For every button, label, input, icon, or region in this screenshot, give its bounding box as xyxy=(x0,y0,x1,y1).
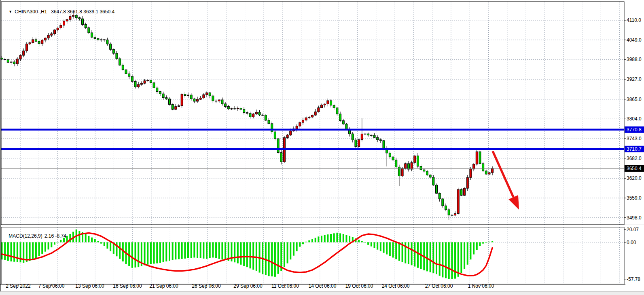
chart-symbol-timeframe: CHINA300-,H1 xyxy=(15,9,47,15)
candle-bearish xyxy=(190,95,192,99)
candle-bearish xyxy=(172,104,174,109)
macd-histogram-bar xyxy=(361,241,363,242)
macd-histogram-bar xyxy=(436,242,437,274)
price-axis-label: 3804.0 xyxy=(627,116,642,122)
macd-histogram-bar xyxy=(439,242,441,276)
macd-histogram-bar xyxy=(193,242,195,258)
candle-bullish xyxy=(308,117,310,118)
candle-bearish xyxy=(7,59,9,62)
candle-bullish xyxy=(144,81,146,83)
macd-histogram-bar xyxy=(243,242,245,266)
candle-bullish xyxy=(41,40,43,44)
candle-bearish xyxy=(417,156,419,166)
candle-bullish xyxy=(252,114,254,117)
price-axis-label: 3682.0 xyxy=(627,156,642,161)
candle-bullish xyxy=(364,134,366,134)
candle-bullish xyxy=(29,43,31,44)
candle-bullish xyxy=(203,95,205,98)
level-price-badge-label: 3710.7 xyxy=(627,146,642,152)
price-axis-label: 3620.0 xyxy=(627,175,642,181)
macd-histogram-bar xyxy=(460,242,462,273)
macd-histogram-bar xyxy=(88,236,89,242)
candle-bullish xyxy=(255,112,257,114)
macd-histogram-bar xyxy=(299,242,301,247)
candle-bearish xyxy=(35,40,37,41)
candle-bullish xyxy=(140,83,142,84)
candle-bearish xyxy=(168,99,170,105)
macd-histogram-bar xyxy=(451,242,453,279)
candle-bearish xyxy=(215,101,217,101)
candle-bullish xyxy=(199,98,201,99)
window-background xyxy=(0,0,644,295)
candle-bullish xyxy=(10,62,12,62)
candle-bullish xyxy=(47,35,49,38)
macd-histogram-bar xyxy=(364,242,366,242)
chart-canvas[interactable]: 4110.04049.03988.03927.03865.03804.03743… xyxy=(0,0,644,295)
candle-bearish xyxy=(240,108,242,110)
candle-bearish xyxy=(150,80,152,82)
candle-bearish xyxy=(330,101,332,105)
macd-histogram-bar xyxy=(383,242,385,253)
macd-histogram-bar xyxy=(17,242,18,262)
macd-histogram-bar xyxy=(278,242,279,274)
macd-histogram-bar xyxy=(119,242,121,259)
macd-histogram-bar xyxy=(221,242,223,260)
candle-bullish xyxy=(206,93,208,95)
macd-histogram-bar xyxy=(374,242,375,248)
macd-histogram-bar xyxy=(287,242,288,263)
macd-histogram-bar xyxy=(265,242,267,275)
macd-histogram-bar xyxy=(163,242,164,262)
candle-bearish xyxy=(442,199,444,206)
candle-bullish xyxy=(464,188,466,195)
candle-bullish xyxy=(470,169,472,178)
macd-axis-label: -57.78 xyxy=(627,276,640,282)
candle-bullish xyxy=(138,84,140,87)
macd-histogram-bar xyxy=(488,242,490,242)
candle-bearish xyxy=(271,124,273,132)
bottom-strip xyxy=(0,291,644,295)
candle-bullish xyxy=(60,25,62,28)
macd-histogram-bar xyxy=(398,242,400,261)
candle-bullish xyxy=(302,120,304,122)
macd-histogram-bar xyxy=(100,242,102,244)
macd-histogram-bar xyxy=(78,231,80,242)
candle-bearish xyxy=(88,27,90,33)
candle-bullish xyxy=(488,173,490,174)
macd-histogram-bar xyxy=(371,242,372,247)
macd-histogram-bar xyxy=(169,242,170,261)
candle-bearish xyxy=(280,153,282,162)
chart-dropdown-icon[interactable]: ▼ xyxy=(8,10,12,14)
candle-bearish xyxy=(221,100,223,104)
candle-bullish xyxy=(44,38,46,40)
price-axis-label: 3865.0 xyxy=(627,97,642,102)
macd-indicator-name: MACD(12,26,9) xyxy=(8,233,42,239)
macd-histogram-bar xyxy=(7,242,9,261)
candle-bullish xyxy=(218,100,220,101)
time-axis-label: 11 Oct 06:00 xyxy=(271,283,299,289)
candle-bullish xyxy=(311,115,314,117)
macd-histogram-bar xyxy=(153,242,155,264)
macd-histogram-bar xyxy=(380,242,381,251)
macd-histogram-bar xyxy=(392,242,394,258)
macd-histogram-bar xyxy=(240,242,241,265)
macd-histogram-bar xyxy=(172,242,174,260)
macd-histogram-bar xyxy=(296,242,298,251)
macd-histogram-bar xyxy=(178,242,180,259)
macd-histogram-bar xyxy=(85,234,87,242)
current-price-badge-label: 3650.4 xyxy=(627,166,642,171)
candle-bearish xyxy=(212,96,214,101)
time-axis-label: 19 Oct 06:00 xyxy=(345,283,373,289)
candle-bearish xyxy=(460,190,462,196)
candle-bearish xyxy=(333,105,335,108)
price-axis-label: 3988.0 xyxy=(627,57,642,62)
macd-histogram-bar xyxy=(175,242,176,260)
macd-histogram-bar xyxy=(94,239,96,242)
candle-bearish xyxy=(445,206,447,210)
macd-histogram-bar xyxy=(212,242,214,258)
candle-bearish xyxy=(131,76,133,81)
candle-bearish xyxy=(379,140,381,141)
candle-bearish xyxy=(482,164,484,171)
macd-histogram-bar xyxy=(339,233,341,242)
macd-histogram-bar xyxy=(467,242,468,265)
candle-bullish xyxy=(401,169,403,176)
